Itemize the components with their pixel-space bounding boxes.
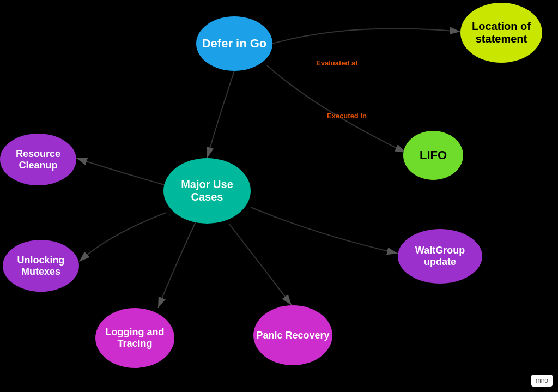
miro-badge: miro [531,375,553,387]
node-panic[interactable]: Panic Recovery [253,305,332,365]
location-label: Location of statement [460,20,542,45]
node-unlocking[interactable]: Unlocking Mutexes [3,240,79,292]
waitgroup-label: WaitGroup update [398,245,482,268]
node-major[interactable]: Major Use Cases [163,158,251,224]
node-lifo[interactable]: LIFO [403,131,463,180]
executed-label: Executed in [327,112,367,120]
node-waitgroup[interactable]: WaitGroup update [398,229,482,284]
major-label: Major Use Cases [163,178,251,203]
panic-label: Panic Recovery [256,330,329,341]
node-logging[interactable]: Logging and Tracing [95,308,174,368]
defer-label: Defer in Go [202,37,267,51]
lifo-label: LIFO [420,148,447,162]
resource-label: Resource Cleanup [0,148,76,171]
node-location[interactable]: Location of statement [460,3,542,63]
node-resource[interactable]: Resource Cleanup [0,134,76,185]
evaluated-label: Evaluated at [316,59,358,67]
unlocking-label: Unlocking Mutexes [3,255,79,278]
node-defer[interactable]: Defer in Go [196,16,272,71]
logging-label: Logging and Tracing [95,327,174,349]
